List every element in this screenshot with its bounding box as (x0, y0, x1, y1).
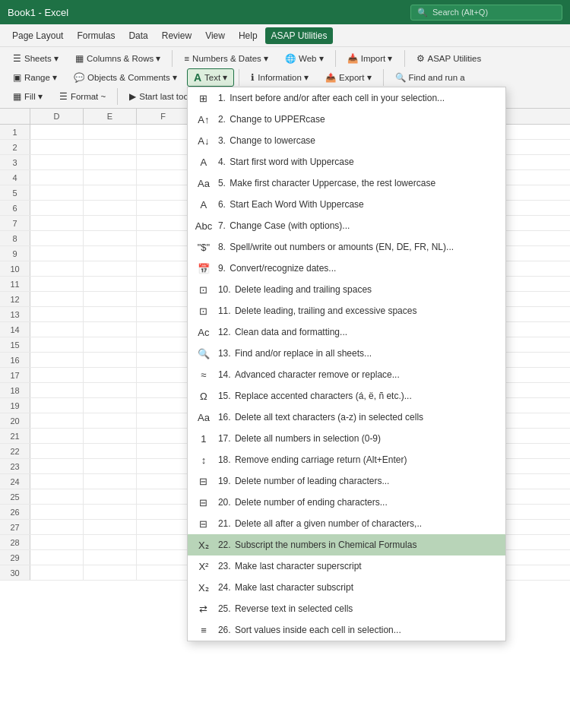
grid-cell[interactable] (137, 322, 190, 337)
grid-cell[interactable] (137, 170, 190, 185)
dropdown-item-11[interactable]: ⊡11. Delete leading, trailing and excess… (188, 300, 505, 321)
grid-cell[interactable] (30, 155, 84, 170)
grid-cell[interactable] (30, 322, 84, 337)
grid-cell[interactable] (30, 489, 84, 505)
grid-cell[interactable] (84, 261, 137, 277)
grid-cell[interactable] (30, 216, 84, 231)
menu-item-review[interactable]: Review (156, 27, 198, 44)
dropdown-item-23[interactable]: X²23. Make last character superscript (188, 555, 505, 577)
grid-cell[interactable] (137, 565, 190, 581)
dropdown-item-2[interactable]: A↑2. Change to UPPERcase (188, 109, 505, 130)
grid-cell[interactable] (137, 216, 190, 231)
grid-cell[interactable] (84, 185, 137, 201)
grid-cell[interactable] (84, 353, 137, 368)
grid-cell[interactable] (137, 140, 190, 155)
grid-cell[interactable] (84, 368, 137, 383)
dropdown-item-20[interactable]: ⊟20. Delete number of ending characters.… (188, 492, 505, 513)
grid-cell[interactable] (84, 444, 137, 459)
ribbon-sheets[interactable]: ☰ Sheets ▾ (6, 50, 65, 67)
grid-cell[interactable] (137, 337, 190, 353)
grid-cell[interactable] (84, 337, 137, 353)
grid-cell[interactable] (84, 413, 137, 429)
ribbon-find-run[interactable]: 🔍 Find and run a (388, 69, 472, 86)
grid-cell[interactable] (30, 368, 84, 383)
grid-cell[interactable] (30, 459, 84, 474)
grid-cell[interactable] (30, 337, 84, 353)
dropdown-item-5[interactable]: Aa5. Make first character Uppercase, the… (188, 173, 505, 194)
grid-cell[interactable] (137, 246, 190, 261)
dropdown-item-4[interactable]: A4. Start first word with Uppercase (188, 151, 505, 173)
dropdown-item-26[interactable]: ≡26. Sort values inside each cell in sel… (188, 619, 505, 641)
dropdown-item-13[interactable]: 🔍13. Find and/or replace in all sheets..… (188, 343, 505, 364)
menu-item-formulas[interactable]: Formulas (71, 27, 121, 44)
grid-cell[interactable] (137, 429, 190, 444)
grid-cell[interactable] (30, 246, 84, 261)
grid-cell[interactable] (84, 429, 137, 444)
grid-cell[interactable] (30, 413, 84, 429)
menu-item-page-layout[interactable]: Page Layout (6, 27, 69, 44)
grid-cell[interactable] (84, 277, 137, 292)
dropdown-item-1[interactable]: ⊞1. Insert before and/or after each cell… (188, 87, 505, 109)
dropdown-item-16[interactable]: Aa16. Delete all text characters (a-z) i… (188, 407, 505, 428)
grid-cell[interactable] (30, 520, 84, 535)
grid-cell[interactable] (84, 489, 137, 505)
dropdown-item-9[interactable]: 📅9. Convert/recognize dates... (188, 258, 505, 279)
grid-cell[interactable] (84, 246, 137, 261)
grid-cell[interactable] (84, 474, 137, 489)
dropdown-item-12[interactable]: Ac12. Clean data and formatting... (188, 321, 505, 343)
dropdown-item-25[interactable]: ⇄25. Reverse text in selected cells (188, 598, 505, 619)
grid-cell[interactable] (84, 201, 137, 216)
dropdown-item-19[interactable]: ⊟19. Delete number of leading characters… (188, 470, 505, 492)
grid-cell[interactable] (137, 398, 190, 413)
grid-cell[interactable] (84, 520, 137, 535)
grid-cell[interactable] (84, 231, 137, 246)
grid-cell[interactable] (84, 140, 137, 155)
ribbon-import[interactable]: 📥 Import ▾ (340, 50, 400, 67)
ribbon-format[interactable]: ☰ Format ~ (52, 88, 112, 105)
ribbon-text[interactable]: A Text ▾ (187, 68, 234, 87)
grid-cell[interactable] (84, 459, 137, 474)
grid-cell[interactable] (30, 474, 84, 489)
ribbon-range[interactable]: ▣ Range ▾ (6, 69, 64, 86)
grid-cell[interactable] (30, 185, 84, 201)
ribbon-asap-utilities[interactable]: ⚙ ASAP Utilities (410, 50, 489, 67)
grid-cell[interactable] (84, 535, 137, 550)
grid-cell[interactable] (137, 185, 190, 201)
grid-cell[interactable] (137, 459, 190, 474)
dropdown-item-8[interactable]: "$"8. Spell/write out numbers or amounts… (188, 236, 505, 258)
ribbon-columns-rows[interactable]: ▦ Columns & Rows ▾ (68, 50, 167, 67)
grid-cell[interactable] (84, 170, 137, 185)
menu-item-data[interactable]: Data (122, 27, 154, 44)
grid-cell[interactable] (84, 307, 137, 322)
dropdown-item-7[interactable]: Abc7. Change Case (with options)... (188, 215, 505, 236)
grid-cell[interactable] (84, 125, 137, 140)
dropdown-item-10[interactable]: ⊡10. Delete leading and trailing spaces (188, 279, 505, 300)
grid-cell[interactable] (30, 398, 84, 413)
grid-cell[interactable] (84, 292, 137, 307)
grid-cell[interactable] (30, 383, 84, 398)
grid-cell[interactable] (84, 398, 137, 413)
grid-cell[interactable] (84, 565, 137, 581)
grid-cell[interactable] (137, 277, 190, 292)
grid-cell[interactable] (137, 505, 190, 520)
ribbon-export[interactable]: 📤 Export ▾ (318, 69, 378, 86)
ribbon-numbers-dates[interactable]: ≡ Numbers & Dates ▾ (177, 50, 275, 67)
grid-cell[interactable] (137, 125, 190, 140)
grid-cell[interactable] (137, 353, 190, 368)
dropdown-item-6[interactable]: A6. Start Each Word With Uppercase (188, 194, 505, 215)
grid-cell[interactable] (137, 444, 190, 459)
grid-cell[interactable] (84, 505, 137, 520)
dropdown-item-22[interactable]: X₂22. Subscript the numbers in Chemical … (188, 534, 505, 555)
grid-cell[interactable] (84, 216, 137, 231)
grid-cell[interactable] (30, 429, 84, 444)
dropdown-item-3[interactable]: A↓3. Change to lowercase (188, 130, 505, 151)
grid-cell[interactable] (30, 170, 84, 185)
grid-cell[interactable] (137, 261, 190, 277)
grid-cell[interactable] (30, 535, 84, 550)
grid-cell[interactable] (84, 383, 137, 398)
ribbon-information[interactable]: ℹ Information ▾ (244, 69, 315, 86)
dropdown-item-15[interactable]: Ω15. Replace accented characters (á, ë, … (188, 385, 505, 407)
grid-cell[interactable] (137, 383, 190, 398)
grid-cell[interactable] (137, 550, 190, 565)
grid-cell[interactable] (84, 550, 137, 565)
